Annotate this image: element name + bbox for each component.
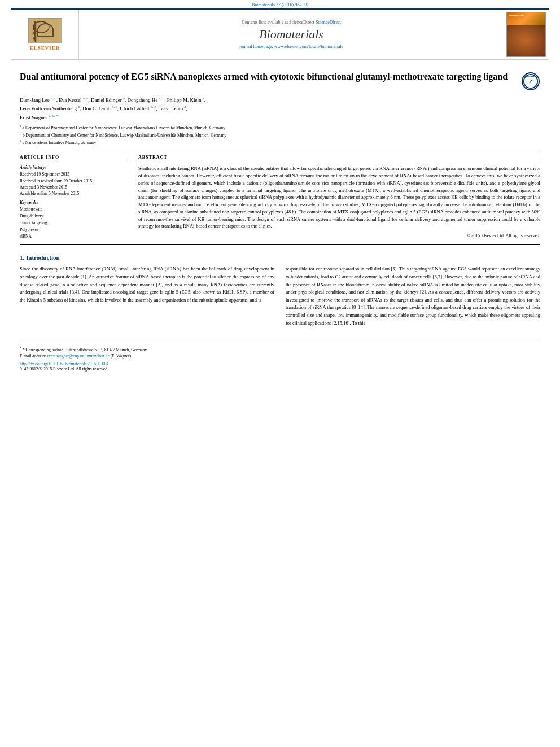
- article-title: Dual antitumoral potency of EG5 siRNA na…: [20, 71, 515, 83]
- elsevier-tree-icon: [29, 19, 62, 43]
- introduction-section: 1. Introduction Since the discovery of R…: [20, 254, 540, 327]
- affiliations: a a Department of Pharmacy and Center fo…: [20, 124, 540, 145]
- homepage-link[interactable]: www.elsevier.com/locate/biomaterials: [274, 44, 343, 49]
- email-label: E-mail address:: [20, 353, 46, 359]
- revised-date: Received in revised form 29 October 2015: [20, 178, 127, 184]
- journal-name: Biomaterials: [259, 27, 323, 42]
- keyword-3: Tumor targeting: [20, 220, 127, 226]
- keyword-1: Methotrexate: [20, 206, 127, 213]
- elsevier-wordmark: ELSEVIER: [30, 45, 60, 51]
- info-abstract-columns: Article Info Article history: Received 1…: [20, 155, 540, 240]
- intro-columns: Since the discovery of RNA interference …: [20, 265, 540, 327]
- keywords-list: Methotrexate Drug delivery Tumor targeti…: [20, 206, 127, 240]
- authors-line: Dian-Jang Lee a, c, Eva Kessel a, c, Dan…: [20, 95, 540, 121]
- email-link[interactable]: ernst.wagner@cup.uni-muenchen.de: [47, 353, 110, 359]
- journal-cover: Biomaterials: [506, 12, 546, 57]
- abstract-text: Synthetic small interfering RNA (siRNA) …: [138, 165, 540, 230]
- svg-text:CrossMark: CrossMark: [524, 75, 537, 78]
- available-online-date: Available online 5 November 2015: [20, 190, 127, 196]
- received-date: Received 19 September 2015: [20, 171, 127, 177]
- intro-right-col: responsible for centrosome separation in…: [286, 265, 540, 327]
- title-section: Dual antitumoral potency of EG5 siRNA na…: [20, 71, 540, 91]
- crossmark-badge: ✓ CrossMark: [520, 71, 540, 91]
- intro-right-text: responsible for centrosome separation in…: [286, 265, 540, 327]
- article-info-column: Article Info Article history: Received 1…: [20, 155, 127, 240]
- journal-info-center: Contents lists available at ScienceDirec…: [79, 10, 504, 59]
- logo-artwork: [28, 18, 62, 43]
- keyword-2: Drug delivery: [20, 213, 127, 220]
- keyword-5: siRNA: [20, 233, 127, 240]
- intro-left-text: Since the discovery of RNA interference …: [20, 265, 274, 304]
- header-divider: [20, 150, 540, 150]
- email-person: (E. Wagner).: [111, 353, 132, 359]
- sciencedirect-line: Contents lists available at ScienceDirec…: [242, 20, 341, 25]
- svg-text:✓: ✓: [528, 78, 533, 84]
- article-info-heading: Article Info: [20, 155, 127, 161]
- abstract-heading: Abstract: [138, 155, 540, 161]
- crossmark-icon: ✓ CrossMark: [522, 72, 540, 90]
- accepted-date: Accepted 3 November 2015: [20, 184, 127, 190]
- publisher-logo-area: ELSEVIER: [11, 10, 79, 59]
- article-footer: * * Corresponding author. Butenandtstras…: [20, 342, 540, 375]
- keywords-label: Keywords:: [20, 200, 127, 205]
- crossmark-svg: ✓ CrossMark: [523, 73, 539, 90]
- intro-heading: 1. Introduction: [20, 254, 540, 261]
- abstract-column: Abstract Synthetic small interfering RNA…: [138, 155, 540, 240]
- elsevier-logo: ELSEVIER: [28, 18, 62, 51]
- history-label: Article history:: [20, 165, 127, 170]
- cover-image: [507, 25, 545, 56]
- citation-text: Biomaterials 77 (2016) 98–110: [252, 2, 308, 7]
- article-area: Dual antitumoral potency of EG5 siRNA na…: [0, 60, 560, 333]
- journal-header: ELSEVIER Contents lists available at Sci…: [11, 8, 549, 60]
- corresponding-author-note: * * Corresponding author. Butenandtstras…: [20, 346, 540, 359]
- copyright-line: © 2015 Elsevier Ltd. All rights reserved…: [138, 233, 540, 238]
- intro-left-col: Since the discovery of RNA interference …: [20, 265, 274, 327]
- cover-title-text: Biomaterials: [509, 14, 524, 18]
- doi-line[interactable]: http://dx.doi.org/10.1016/j.biomaterials…: [20, 361, 540, 366]
- citation-bar: Biomaterials 77 (2016) 98–110: [0, 0, 560, 8]
- journal-cover-area: Biomaterials: [504, 10, 549, 59]
- abstract-divider: [20, 244, 540, 245]
- issn-line: 0142-9612/© 2015 Elsevier Ltd. All right…: [20, 366, 540, 372]
- sciencedirect-link[interactable]: ScienceDirect: [316, 20, 341, 25]
- keyword-4: Polyplexes: [20, 226, 127, 233]
- journal-homepage: journal homepage: www.elsevier.com/locat…: [239, 44, 343, 49]
